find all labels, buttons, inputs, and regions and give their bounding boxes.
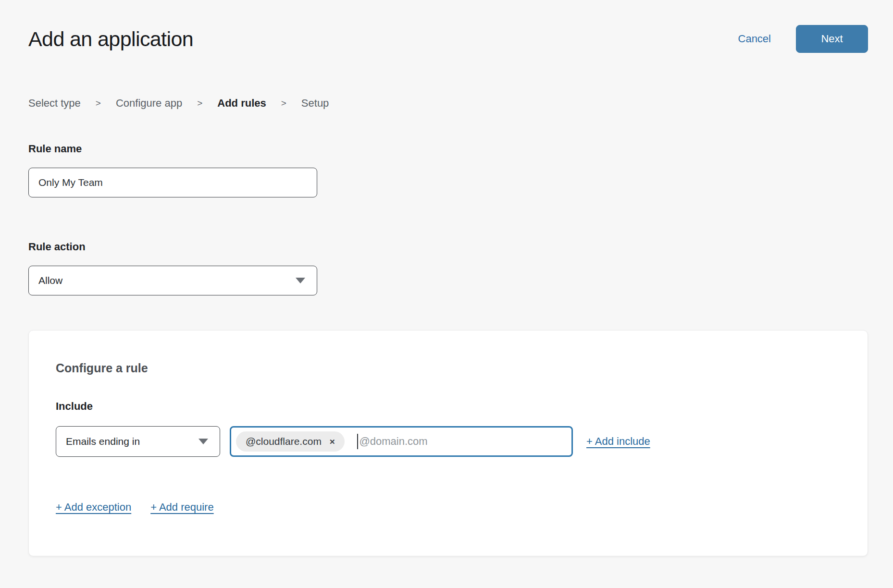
email-domain-tag-label: @cloudflare.com — [246, 436, 322, 447]
breadcrumb-step-select-type[interactable]: Select type — [28, 97, 81, 110]
rule-action-label: Rule action — [28, 241, 868, 253]
include-label: Include — [56, 400, 841, 413]
page-header: Add an application Cancel Next — [28, 0, 868, 53]
remove-tag-icon[interactable]: ✕ — [329, 438, 335, 445]
include-selector-value: Emails ending in — [66, 436, 140, 447]
email-input-placeholder: @domain.com — [359, 435, 427, 448]
breadcrumb: Select type > Configure app > Add rules … — [28, 97, 868, 110]
configure-rule-card: Configure a rule Include Emails ending i… — [28, 330, 868, 556]
configure-rule-title: Configure a rule — [56, 361, 841, 375]
breadcrumb-step-add-rules[interactable]: Add rules — [217, 97, 266, 110]
add-require-link[interactable]: + Add require — [150, 501, 213, 514]
cancel-button[interactable]: Cancel — [738, 33, 771, 45]
chevron-down-icon — [296, 278, 305, 283]
page: Add an application Cancel Next Select ty… — [0, 0, 893, 556]
add-include-link[interactable]: + Add include — [586, 435, 650, 448]
include-rule-row: Emails ending in @cloudflare.com ✕ @doma… — [56, 426, 841, 457]
rule-extra-links: + Add exception + Add require — [56, 501, 841, 514]
rule-name-label: Rule name — [28, 143, 868, 155]
page-title: Add an application — [28, 27, 193, 51]
add-exception-link[interactable]: + Add exception — [56, 501, 131, 514]
rule-action-selected-value: Allow — [38, 275, 62, 286]
breadcrumb-step-configure-app[interactable]: Configure app — [116, 97, 182, 110]
rule-action-select[interactable]: Allow — [28, 266, 317, 295]
rule-name-field: Rule name — [28, 143, 868, 197]
chevron-down-icon — [198, 439, 208, 444]
email-domain-tag: @cloudflare.com ✕ — [236, 431, 345, 452]
next-button[interactable]: Next — [796, 25, 868, 53]
breadcrumb-separator: > — [197, 98, 202, 109]
header-actions: Cancel Next — [738, 25, 868, 53]
breadcrumb-separator: > — [96, 98, 101, 109]
include-selector-dropdown[interactable]: Emails ending in — [56, 426, 220, 457]
breadcrumb-separator: > — [281, 98, 286, 109]
breadcrumb-step-setup[interactable]: Setup — [301, 97, 329, 110]
include-emails-input[interactable]: @cloudflare.com ✕ @domain.com — [230, 426, 573, 457]
rule-action-field: Rule action Allow — [28, 241, 868, 295]
text-cursor — [357, 434, 358, 449]
rule-name-input[interactable] — [28, 168, 317, 197]
